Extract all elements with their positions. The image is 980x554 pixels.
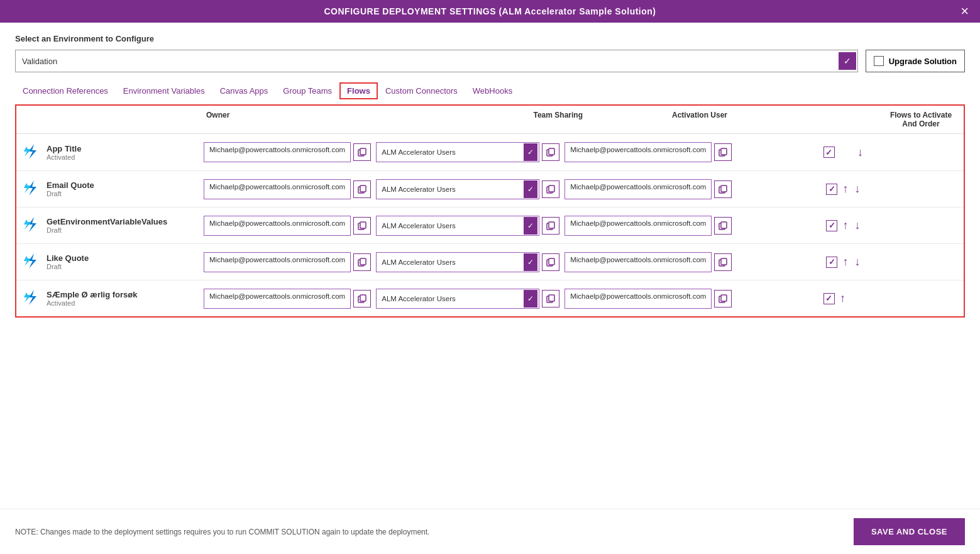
copy-icon xyxy=(718,221,727,230)
tab-group-teams[interactable]: Group Teams xyxy=(275,83,339,99)
flow-status: Activated xyxy=(47,299,137,307)
activation-copy-button[interactable] xyxy=(714,143,732,161)
tab-webhooks[interactable]: WebHooks xyxy=(465,83,520,99)
flow-identity: Like Quote Draft xyxy=(21,251,204,273)
activation-input[interactable]: Michaelp@powercattools.onmicrosoft.com xyxy=(564,252,712,272)
owner-copy-button[interactable] xyxy=(353,290,371,307)
activation-cell: Michaelp@powercattools.onmicrosoft.com xyxy=(564,289,737,309)
activation-cell: Michaelp@powercattools.onmicrosoft.com xyxy=(564,179,737,199)
copy-icon xyxy=(546,294,555,303)
team-copy-button[interactable] xyxy=(542,143,559,161)
owner-input[interactable]: Michaelp@powercattools.onmicrosoft.com xyxy=(204,252,351,272)
copy-icon xyxy=(546,221,555,230)
activate-checkbox[interactable] xyxy=(826,257,837,268)
move-down-button[interactable]: ↓ xyxy=(853,219,861,232)
svg-rect-22 xyxy=(360,222,366,228)
upgrade-solution-button[interactable]: Upgrade Solution xyxy=(866,50,965,72)
order-cell: ↑ ↓ xyxy=(737,219,950,232)
team-dropdown[interactable]: ALM Accelerator Users ✓ xyxy=(376,142,539,162)
env-label: Select an Environment to Configure xyxy=(15,34,965,43)
col-header-owner: Owner xyxy=(204,109,343,130)
team-copy-button[interactable] xyxy=(542,290,559,307)
svg-rect-13 xyxy=(360,186,366,192)
close-button[interactable]: × xyxy=(961,4,969,18)
team-copy-button[interactable] xyxy=(542,180,559,198)
flow-identity: App Title Activated xyxy=(21,141,204,163)
svg-rect-4 xyxy=(360,148,366,155)
table-header-row: Owner Team Sharing Activation User Flows… xyxy=(16,106,964,134)
copy-icon xyxy=(358,185,366,194)
tab-custom-connectors[interactable]: Custom Connectors xyxy=(378,83,465,99)
team-dropdown[interactable]: ALM Accelerator Users ✓ xyxy=(376,289,539,309)
owner-input[interactable]: Michaelp@powercattools.onmicrosoft.com xyxy=(204,179,351,199)
team-copy-button[interactable] xyxy=(542,253,559,271)
flow-status: Draft xyxy=(47,190,94,197)
activate-checkbox[interactable] xyxy=(823,147,835,158)
flow-icon xyxy=(21,178,41,200)
move-down-button[interactable]: ↓ xyxy=(853,255,861,269)
activate-checkbox[interactable] xyxy=(823,293,835,304)
team-dropdown[interactable]: ALM Accelerator Users ✓ xyxy=(376,179,539,199)
svg-rect-26 xyxy=(721,222,727,228)
svg-rect-31 xyxy=(360,258,366,265)
dialog-footer: NOTE: Changes made to the deployment set… xyxy=(0,509,980,554)
tab-flows[interactable]: Flows xyxy=(339,82,378,99)
svg-rect-17 xyxy=(721,186,727,192)
team-cell: ALM Accelerator Users ✓ xyxy=(376,179,564,199)
flow-identity: SÆmple Ø ærlig forsøk Activated xyxy=(21,287,204,309)
copy-icon xyxy=(718,258,727,267)
save-close-button[interactable]: SAVE AND CLOSE xyxy=(854,518,965,545)
team-dropdown[interactable]: ALM Accelerator Users ✓ xyxy=(376,216,539,236)
svg-rect-15 xyxy=(549,186,554,192)
owner-input[interactable]: Michaelp@powercattools.onmicrosoft.com xyxy=(204,216,351,236)
tab-connection-references[interactable]: Connection References xyxy=(15,83,116,99)
copy-icon xyxy=(546,258,555,267)
owner-copy-button[interactable] xyxy=(353,253,371,271)
move-down-button[interactable]: ↓ xyxy=(856,146,864,159)
activation-copy-button[interactable] xyxy=(714,217,732,235)
tab-canvas-apps[interactable]: Canvas Apps xyxy=(212,83,276,99)
flow-status: Activated xyxy=(47,153,81,161)
activation-input[interactable]: Michaelp@powercattools.onmicrosoft.com xyxy=(564,289,712,309)
environment-dropdown[interactable]: Validation ✓ xyxy=(15,50,858,72)
activation-copy-button[interactable] xyxy=(714,180,732,198)
tab-environment-variables[interactable]: Environment Variables xyxy=(116,83,212,99)
move-up-button[interactable]: ↑ xyxy=(841,219,849,232)
move-up-button[interactable]: ↑ xyxy=(841,182,849,196)
move-down-button[interactable]: ↓ xyxy=(853,182,861,196)
dialog-body: Select an Environment to Configure Valid… xyxy=(0,23,980,368)
activation-copy-button[interactable] xyxy=(714,253,732,271)
env-selected-value: Validation xyxy=(22,57,839,66)
team-dropdown[interactable]: ALM Accelerator Users ✓ xyxy=(376,252,539,272)
order-cell: ↑ ↓ xyxy=(737,182,950,196)
activation-input[interactable]: Michaelp@powercattools.onmicrosoft.com xyxy=(564,142,712,162)
owner-copy-button[interactable] xyxy=(353,217,371,235)
activation-copy-button[interactable] xyxy=(714,290,732,307)
owner-input[interactable]: Michaelp@powercattools.onmicrosoft.com xyxy=(204,142,351,162)
flow-name: App Title xyxy=(47,144,81,153)
owner-copy-button[interactable] xyxy=(353,180,371,198)
env-row: Validation ✓ Upgrade Solution xyxy=(15,50,965,72)
svg-rect-44 xyxy=(721,295,727,301)
svg-rect-40 xyxy=(360,295,366,301)
owner-copy-button[interactable] xyxy=(353,143,371,161)
flow-name: Like Quote xyxy=(47,253,89,263)
activation-input[interactable]: Michaelp@powercattools.onmicrosoft.com xyxy=(564,179,712,199)
move-up-button[interactable]: ↑ xyxy=(839,292,847,305)
owner-input[interactable]: Michaelp@powercattools.onmicrosoft.com xyxy=(204,289,351,309)
svg-rect-42 xyxy=(549,295,554,301)
activation-input[interactable]: Michaelp@powercattools.onmicrosoft.com xyxy=(564,216,712,236)
order-cell: ↑ xyxy=(737,292,950,305)
activate-checkbox[interactable] xyxy=(826,184,837,195)
flow-status: Draft xyxy=(47,263,89,270)
flow-identity: GetEnvironmentVariableValues Draft xyxy=(21,214,204,236)
activate-checkbox[interactable] xyxy=(826,220,837,231)
move-up-button[interactable]: ↑ xyxy=(841,255,849,269)
team-copy-button[interactable] xyxy=(542,217,559,235)
copy-icon xyxy=(358,294,366,303)
team-chevron-icon: ✓ xyxy=(524,290,537,307)
owner-cell: Michaelp@powercattools.onmicrosoft.com xyxy=(204,216,376,236)
table-row: App Title Activated Michaelp@powercattoo… xyxy=(16,134,964,170)
team-cell: ALM Accelerator Users ✓ xyxy=(376,142,564,162)
table-row: GetEnvironmentVariableValues Draft Micha… xyxy=(16,207,964,243)
